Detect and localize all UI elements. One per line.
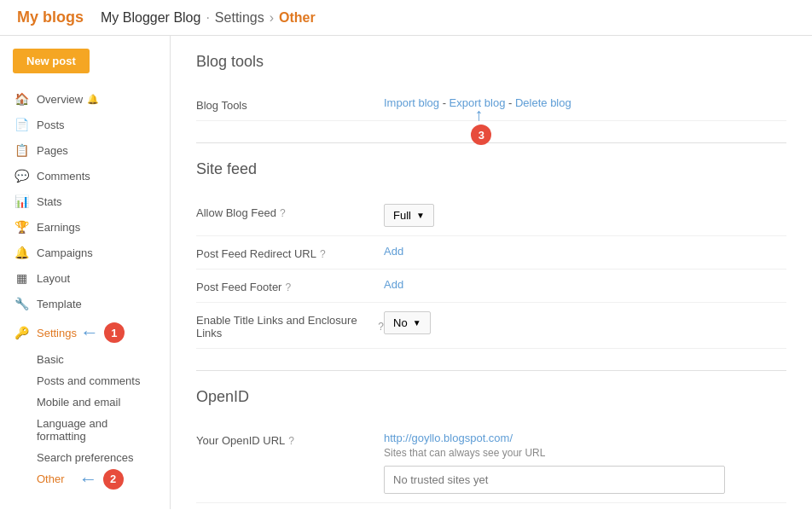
openid-url-value: http://goyllo.blogspot.com/ Sites that c… — [384, 432, 786, 494]
blogtools-field-row: Blog Tools Import blog - Export blog ↑ 3… — [196, 88, 786, 121]
title-links-help[interactable]: ? — [378, 321, 384, 333]
step2-arrow-icon: ← — [79, 470, 98, 489]
pages-icon: 📋 — [13, 143, 30, 157]
export-blog-link[interactable]: Export blog ↑ 3 — [450, 96, 508, 109]
main-layout: New post 🏠 Overview 🔔 📄 Posts 📋 Pages 💬 … — [0, 36, 812, 509]
layout-icon: ▦ — [13, 271, 30, 285]
new-post-button[interactable]: New post — [13, 49, 90, 73]
settings-icon: 🔑 — [13, 326, 30, 339]
sidebar-label-overview: Overview — [37, 93, 83, 106]
title-links-caret: ▼ — [413, 318, 421, 328]
template-icon: 🔧 — [13, 297, 30, 310]
trusted-sites-box: No trusted sites yet — [384, 466, 725, 494]
subnav-search-preferences[interactable]: Search preferences — [37, 447, 170, 468]
sidebar-item-campaigns[interactable]: 🔔 Campaigns — [0, 240, 170, 265]
dropdown-caret: ▼ — [416, 211, 425, 220]
sidebar-item-template[interactable]: 🔧 Template — [0, 291, 170, 316]
allow-blogfeed-dropdown[interactable]: Full ▼ — [384, 204, 434, 227]
sitefeed-title: Site feed — [196, 160, 786, 183]
sitefeed-section: Site feed Allow Blog Feed ? Full ▼ Post … — [196, 160, 786, 349]
feed-footer-add-link[interactable]: Add — [384, 278, 403, 291]
subnav-posts-comments[interactable]: Posts and comments — [37, 370, 170, 391]
sidebar-item-earnings[interactable]: 🏆 Earnings — [0, 214, 170, 240]
stats-icon: 📊 — [13, 194, 30, 208]
blog-name: My Blogger Blog — [101, 10, 200, 26]
allow-blogfeed-value: Full ▼ — [384, 204, 786, 227]
posts-icon: 📄 — [13, 118, 30, 131]
blogtools-title: Blog tools — [196, 53, 786, 75]
blogtools-label: Blog Tools — [196, 96, 384, 112]
step1-arrow-icon: ← — [80, 323, 99, 342]
openid-section: OpenID Your OpenID URL ? http://goyllo.b… — [196, 388, 786, 503]
title-links-value: No ▼ — [384, 311, 786, 334]
sidebar-label-layout: Layout — [37, 272, 70, 285]
delete-blog-link[interactable]: Delete blog — [515, 96, 571, 109]
step2-callout: 2 — [103, 469, 124, 490]
title-links-label: Enable Title Links and Enclosure Links ? — [196, 311, 384, 339]
divider-2 — [196, 370, 786, 371]
allow-blogfeed-help[interactable]: ? — [280, 207, 286, 219]
redirect-url-help[interactable]: ? — [320, 248, 326, 260]
redirect-url-value: Add — [384, 245, 786, 258]
subnav-mobile-email[interactable]: Mobile and email — [37, 391, 170, 413]
breadcrumb-settings[interactable]: Settings — [215, 10, 264, 26]
campaigns-icon: 🔔 — [13, 246, 30, 259]
earnings-icon: 🏆 — [13, 220, 30, 234]
sidebar-label-template: Template — [37, 298, 82, 310]
openid-url-text: http://goyllo.blogspot.com/ — [384, 432, 786, 444]
openid-url-row: Your OpenID URL ? http://goyllo.blogspot… — [196, 423, 786, 503]
sidebar-item-layout[interactable]: ▦ Layout — [0, 265, 170, 291]
blogtools-section: Blog tools Blog Tools Import blog - Expo… — [196, 53, 786, 121]
breadcrumb: My Blogger Blog · Settings › Other — [101, 10, 316, 26]
title-links-row: Enable Title Links and Enclosure Links ?… — [196, 303, 786, 349]
sidebar-label-comments: Comments — [37, 170, 90, 183]
openid-url-label: Your OpenID URL ? — [196, 432, 384, 447]
sidebar-item-comments[interactable]: 💬 Comments — [0, 163, 170, 188]
breadcrumb-current: Other — [279, 10, 316, 26]
openid-url-help[interactable]: ? — [288, 435, 294, 447]
sidebar-item-pages[interactable]: 📋 Pages — [0, 137, 170, 163]
subnav-other-container: Other ← 2 — [37, 468, 170, 490]
breadcrumb-sep1: · — [206, 10, 209, 26]
sidebar-label-campaigns: Campaigns — [37, 246, 93, 259]
step3-annotation: ↑ 3 — [466, 106, 491, 145]
sidebar-label-posts: Posts — [37, 119, 65, 131]
title-links-dropdown[interactable]: No ▼ — [384, 311, 431, 334]
sidebar-label-earnings: Earnings — [37, 221, 80, 234]
myblogs-link[interactable]: My blogs — [17, 9, 84, 26]
redirect-url-row: Post Feed Redirect URL ? Add — [196, 236, 786, 270]
import-blog-link[interactable]: Import blog — [384, 96, 439, 109]
sidebar-item-stats[interactable]: 📊 Stats — [0, 188, 170, 214]
sidebar-item-posts[interactable]: 📄 Posts — [0, 112, 170, 137]
home-icon: 🏠 — [13, 92, 30, 106]
feed-footer-value: Add — [384, 278, 786, 291]
subnav-other[interactable]: Other — [37, 468, 78, 490]
feed-footer-row: Post Feed Footer ? Add — [196, 270, 786, 303]
sidebar-label-settings: Settings — [37, 327, 77, 339]
trusted-sites-text: No trusted sites yet — [393, 473, 488, 486]
subnav-basic[interactable]: Basic — [37, 349, 170, 370]
sep2: - — [508, 96, 515, 109]
subnav-language-formatting[interactable]: Language and formatting — [37, 413, 170, 447]
overview-badge: 🔔 — [87, 94, 99, 105]
sidebar-label-pages: Pages — [37, 144, 68, 157]
comments-icon: 💬 — [13, 169, 30, 183]
breadcrumb-arrow: › — [270, 10, 274, 26]
sidebar-label-stats: Stats — [37, 195, 62, 208]
redirect-url-label: Post Feed Redirect URL ? — [196, 245, 384, 260]
allow-blogfeed-row: Allow Blog Feed ? Full ▼ — [196, 195, 786, 236]
settings-subnav: Basic Posts and comments Mobile and emai… — [0, 349, 170, 490]
main-content: Blog tools Blog Tools Import blog - Expo… — [171, 36, 812, 509]
blogtools-value: Import blog - Export blog ↑ 3 - Delete b… — [384, 96, 786, 109]
sep1: - — [439, 96, 450, 109]
allow-blogfeed-label: Allow Blog Feed ? — [196, 204, 384, 219]
step1-callout: 1 — [104, 322, 125, 343]
sidebar-item-overview[interactable]: 🏠 Overview 🔔 — [0, 86, 170, 112]
divider-1 — [196, 142, 786, 143]
feed-footer-help[interactable]: ? — [285, 281, 291, 293]
redirect-url-add-link[interactable]: Add — [384, 245, 403, 258]
sidebar-item-settings[interactable]: 🔑 Settings ← 1 — [0, 316, 170, 349]
feed-footer-label: Post Feed Footer ? — [196, 278, 384, 293]
openid-url-desc: Sites that can always see your URL — [384, 447, 786, 459]
top-nav: My blogs My Blogger Blog · Settings › Ot… — [0, 0, 812, 36]
